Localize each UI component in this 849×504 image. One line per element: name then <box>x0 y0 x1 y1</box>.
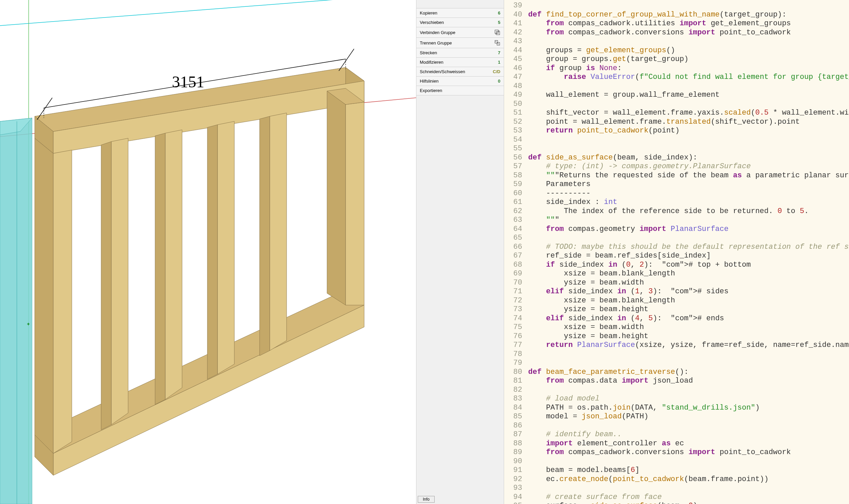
svg-marker-16 <box>101 142 111 430</box>
svg-marker-7 <box>35 290 364 453</box>
svg-marker-18 <box>155 133 165 404</box>
panel-shortcut: 7 <box>498 50 500 55</box>
svg-rect-30 <box>495 40 498 43</box>
dimension-value: 3151 <box>172 72 204 91</box>
axis-cyan <box>0 0 416 27</box>
panel-shortcut: C/D <box>493 69 500 74</box>
origin-marker: + <box>27 321 30 327</box>
svg-marker-20 <box>207 125 217 379</box>
panel-item-kopieren[interactable]: Kopieren6 <box>416 8 504 18</box>
panel-shortcut: 0 <box>498 78 500 84</box>
svg-point-32 <box>495 41 496 42</box>
panel-shortcut: 1 <box>498 60 500 65</box>
cad-viewport[interactable]: 3151 + <box>0 0 416 504</box>
svg-marker-22 <box>259 116 270 356</box>
panel-item-label: Exportieren <box>420 88 442 93</box>
line-gutter: 39 40 41 42 43 44 45 46 47 48 49 50 51 5… <box>504 0 528 504</box>
panel-item-label: Kopieren <box>420 11 437 16</box>
svg-marker-11 <box>53 150 72 453</box>
panel-shortcut: 6 <box>498 11 500 16</box>
panel-item-strecken[interactable]: Strecken7 <box>416 48 504 58</box>
panel-item-label: Verschieben <box>420 20 444 25</box>
panel-item-label: Modifizieren <box>420 60 444 65</box>
panel-item-label: Hilfslinien <box>420 78 439 84</box>
group-icon <box>494 29 500 35</box>
panel-item-verbinden-gruppe[interactable]: Verbinden Gruppe <box>416 27 504 38</box>
info-button[interactable]: Info <box>418 496 435 503</box>
panel-item-schneiden-schweissen[interactable]: Schneiden/SchweissenC/D <box>416 67 504 76</box>
svg-marker-17 <box>165 130 182 399</box>
svg-marker-15 <box>111 138 128 425</box>
svg-marker-10 <box>35 138 53 453</box>
svg-marker-0 <box>0 118 32 504</box>
panel-item-exportieren[interactable]: Exportieren <box>416 86 504 95</box>
svg-marker-13 <box>346 102 364 305</box>
ungroup-icon <box>494 40 500 46</box>
panel-shortcut: 5 <box>498 20 500 25</box>
panel-item-label: Schneiden/Schweissen <box>420 69 465 74</box>
svg-marker-19 <box>217 121 234 374</box>
panel-item-modifizieren[interactable]: Modifizieren1 <box>416 58 504 67</box>
panel-item-label: Verbinden Gruppe <box>420 30 455 35</box>
panel-item-label: Strecken <box>420 50 437 55</box>
code-content[interactable]: def find_top_corner_of_group_wall_with_n… <box>528 0 849 504</box>
panel-item-verschieben[interactable]: Verschieben5 <box>416 18 504 27</box>
panel-item-label: Trennen Gruppe <box>420 40 452 46</box>
panel-item-hilfslinien[interactable]: Hilfslinien0 <box>416 76 504 86</box>
side-wall <box>0 118 32 504</box>
svg-marker-12 <box>327 91 346 305</box>
svg-point-33 <box>498 43 499 44</box>
panel-item-trennen-gruppe[interactable]: Trennen Gruppe <box>416 38 504 48</box>
svg-marker-21 <box>270 113 287 350</box>
wood-frame <box>35 68 364 475</box>
tool-panel: Kopieren6Verschieben5Verbinden GruppeTre… <box>416 0 504 504</box>
code-editor[interactable]: 39 40 41 42 43 44 45 46 47 48 49 50 51 5… <box>504 0 849 504</box>
